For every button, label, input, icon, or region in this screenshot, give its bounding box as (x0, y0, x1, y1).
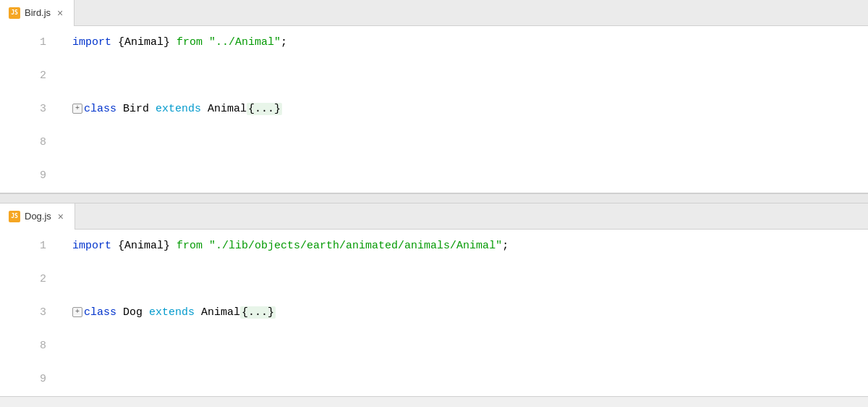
line-number: 8 (0, 126, 46, 159)
kw-extends-keyword: extends (149, 306, 195, 319)
line-number: 3 (0, 296, 46, 330)
code-text: Bird (116, 103, 156, 115)
code-content: import {Animal} from "./lib/objects/eart… (58, 230, 868, 396)
kw-import-keyword: import (72, 36, 111, 49)
file-panel-dog-panel: JSDog.js×12389import {Animal} from "./li… (0, 204, 868, 397)
collapse-marker-icon[interactable]: + (72, 104, 82, 114)
code-line: import {Animal} from "../Animal"; (72, 26, 868, 59)
line-number: 2 (0, 263, 46, 296)
line-number: 9 (0, 159, 46, 193)
line-number: 1 (0, 26, 46, 59)
kw-class-keyword: class (84, 306, 116, 319)
collapse-marker-icon[interactable]: + (72, 307, 82, 317)
kw-import-keyword: import (72, 240, 111, 252)
kw-from-keyword: from (176, 240, 203, 252)
tab-dog-panel[interactable]: JSDog.js× (0, 204, 75, 230)
code-area-dog-panel: 12389import {Animal} from "./lib/objects… (0, 230, 868, 396)
kw-extends-keyword: extends (156, 103, 201, 115)
line-numbers: 12389 (0, 230, 58, 396)
line-numbers: 12389 (0, 26, 58, 193)
code-line: +class Dog extends Animal{...} (72, 296, 868, 330)
code-text (203, 240, 209, 252)
code-text: {Animal} (111, 240, 176, 252)
code-text (203, 36, 209, 49)
string-val-keyword: "./lib/objects/earth/animated/animals/An… (209, 240, 502, 252)
collapsed-block: {...} (247, 103, 282, 115)
code-line (72, 263, 868, 296)
code-line (72, 159, 868, 193)
js-file-icon: JS (9, 211, 20, 222)
code-text: ; (502, 240, 509, 252)
line-number: 1 (0, 230, 46, 263)
editor-container: JSBird.js×12389import {Animal} from "../… (0, 0, 868, 407)
tab-close-button[interactable]: × (55, 8, 65, 18)
kw-from-keyword: from (176, 36, 203, 49)
tab-bar-0: JSBird.js× (0, 0, 868, 26)
tab-filename: Bird.js (25, 7, 51, 18)
code-area-bird-panel: 12389import {Animal} from "../Animal";+c… (0, 26, 868, 193)
collapsed-block: {...} (240, 306, 276, 319)
tab-close-button[interactable]: × (56, 211, 66, 222)
code-line: import {Animal} from "./lib/objects/eart… (72, 230, 868, 263)
string-val-keyword: "../Animal" (209, 36, 281, 49)
line-number: 3 (0, 93, 46, 126)
panel-separator (0, 193, 868, 204)
code-content: import {Animal} from "../Animal";+class … (58, 26, 868, 193)
code-text: {Animal} (111, 36, 176, 49)
code-text: Dog (116, 306, 149, 319)
code-text: Animal (201, 103, 247, 115)
line-number: 8 (0, 330, 46, 363)
line-number: 9 (0, 363, 46, 396)
file-panel-bird-panel: JSBird.js×12389import {Animal} from "../… (0, 0, 868, 193)
line-number: 2 (0, 59, 46, 93)
code-line (72, 126, 868, 159)
tab-bird-panel[interactable]: JSBird.js× (0, 0, 75, 26)
code-text: ; (281, 36, 287, 49)
tab-filename: Dog.js (25, 211, 51, 222)
code-text: Animal (195, 306, 240, 319)
js-file-icon: JS (9, 7, 20, 19)
kw-class-keyword: class (84, 103, 116, 115)
code-line (72, 363, 868, 396)
tab-bar-1: JSDog.js× (0, 204, 868, 230)
code-line: +class Bird extends Animal{...} (72, 93, 868, 126)
code-line (72, 59, 868, 93)
code-line (72, 330, 868, 363)
